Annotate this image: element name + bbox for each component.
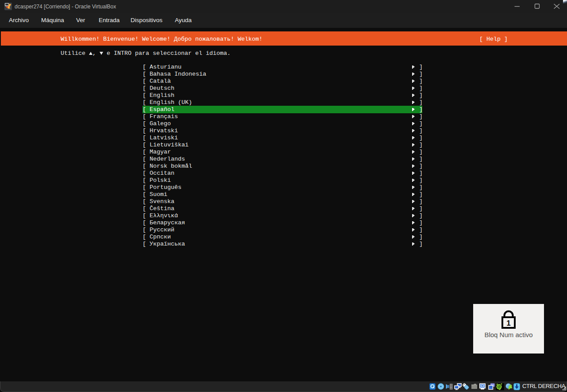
- svg-text:1: 1: [506, 319, 510, 327]
